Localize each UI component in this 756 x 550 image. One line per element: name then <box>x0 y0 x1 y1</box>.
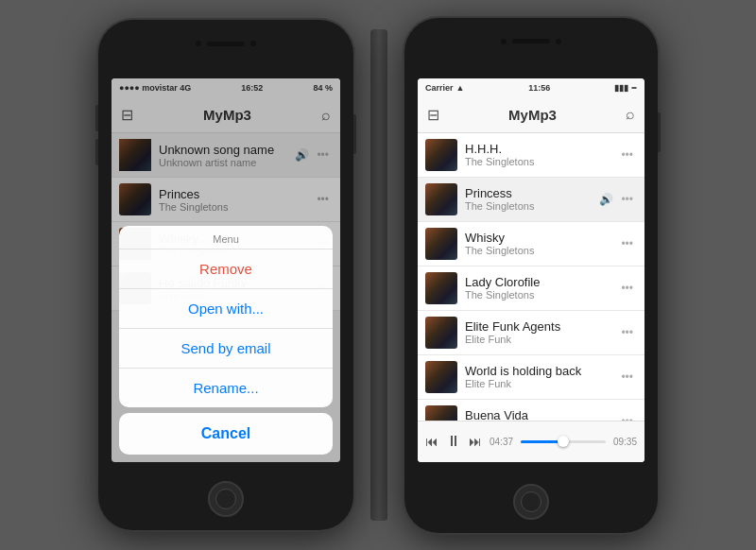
right-song-name-5: Elite Funk Agents <box>465 319 617 334</box>
right-song-item-6[interactable]: World is holding back Elite Funk ••• <box>418 355 644 400</box>
right-song-info-4: Lady Clorofile The Singletons <box>465 275 617 301</box>
right-book-icon[interactable]: ⊟ <box>427 106 439 124</box>
left-phone: ●●●● movistar 4G 16:52 84 % ⊟ MyMp3 ⌕ Un… <box>98 20 353 530</box>
right-time: 11:56 <box>528 83 550 93</box>
right-song-name-1: H.H.H. <box>465 142 617 156</box>
left-phone-notch <box>196 41 256 46</box>
right-song-artist-2: The Singletons <box>465 200 599 212</box>
right-song-item-5[interactable]: Elite Funk Agents Elite Funk ••• <box>418 311 644 355</box>
left-screen: ●●●● movistar 4G 16:52 84 % ⊟ MyMp3 ⌕ Un… <box>112 78 340 462</box>
right-status-left: Carrier ▲ <box>425 83 464 93</box>
phone-divider <box>370 29 387 521</box>
power-btn[interactable] <box>353 114 356 154</box>
action-sheet: Menu Remove Open with... Send by email R… <box>119 226 333 407</box>
progress-bar[interactable] <box>521 440 606 443</box>
playback-bar: ⏮ ⏸ ⏭ 04:37 09:35 <box>418 421 644 462</box>
right-song-artist-3: The Singletons <box>465 245 617 256</box>
rewind-btn[interactable]: ⏮ <box>425 434 438 449</box>
action-remove[interactable]: Remove <box>119 249 333 289</box>
action-send-email[interactable]: Send by email <box>119 329 333 369</box>
right-search-icon[interactable]: ⌕ <box>626 106 635 123</box>
right-song-item-4[interactable]: Lady Clorofile The Singletons ••• <box>418 266 644 311</box>
right-song-item-1[interactable]: H.H.H. The Singletons ••• <box>418 133 644 178</box>
right-song-artist-6: Elite Funk <box>465 378 617 389</box>
right-camera-dot-2 <box>556 39 561 44</box>
right-phone-notch <box>501 39 561 44</box>
pause-btn[interactable]: ⏸ <box>446 433 461 450</box>
right-battery: ▮▮▮ <box>614 83 628 93</box>
right-song-list[interactable]: H.H.H. The Singletons ••• Princess The S… <box>418 133 644 462</box>
right-more-6[interactable]: ••• <box>617 367 637 387</box>
right-song-artist-4: The Singletons <box>465 289 617 301</box>
right-home-button-inner <box>521 491 541 512</box>
camera-dot-2 <box>250 41 256 46</box>
right-song-item-2[interactable]: Princess The Singletons 🔊 ••• <box>418 178 644 222</box>
right-song-info-5: Elite Funk Agents Elite Funk <box>465 319 617 345</box>
action-rename[interactable]: Rename... <box>119 369 333 407</box>
battery-icon <box>631 87 637 89</box>
right-screen: Carrier ▲ 11:56 ▮▮▮ ⊟ MyMp3 ⌕ <box>418 78 644 462</box>
right-camera-dot <box>501 39 507 44</box>
right-song-artist-1: The Singletons <box>465 156 617 167</box>
volume-down-btn[interactable] <box>95 139 98 165</box>
progress-fill <box>521 440 558 443</box>
volume-up-btn[interactable] <box>95 105 98 131</box>
current-time: 04:37 <box>490 437 513 447</box>
home-button-inner <box>215 489 236 509</box>
right-power-btn[interactable] <box>658 112 661 152</box>
right-more-2[interactable]: ••• <box>617 189 637 210</box>
right-home-button[interactable] <box>513 484 549 520</box>
fast-forward-btn[interactable]: ⏭ <box>469 434 482 449</box>
right-status-bar: Carrier ▲ 11:56 ▮▮▮ <box>418 78 644 97</box>
right-phone: Carrier ▲ 11:56 ▮▮▮ ⊟ MyMp3 ⌕ <box>404 18 658 533</box>
right-nav-bar: ⊟ MyMp3 ⌕ <box>418 97 644 133</box>
right-song-info-2: Princess The Singletons <box>465 186 599 212</box>
right-carrier: Carrier <box>425 83 454 93</box>
right-thumb-1 <box>425 139 457 171</box>
action-cancel[interactable]: Cancel <box>119 413 333 455</box>
right-song-info-3: Whisky The Singletons <box>465 231 617 256</box>
right-screen-inner: Carrier ▲ 11:56 ▮▮▮ ⊟ MyMp3 ⌕ <box>418 78 644 462</box>
right-thumb-6 <box>425 361 457 393</box>
right-more-4[interactable]: ••• <box>617 278 637 299</box>
right-song-artist-5: Elite Funk <box>465 334 617 345</box>
wifi-icon: ▲ <box>456 83 465 93</box>
action-title: Menu <box>119 226 333 249</box>
camera-dot <box>196 41 201 46</box>
action-open-with[interactable]: Open with... <box>119 289 333 329</box>
total-time: 09:35 <box>613 437 637 447</box>
right-song-name-6: World is holding back <box>465 364 617 378</box>
right-thumb-2 <box>425 183 457 215</box>
right-thumb-5 <box>425 317 457 349</box>
right-thumb-4 <box>425 272 457 304</box>
speaker-slit <box>207 42 245 46</box>
right-more-3[interactable]: ••• <box>617 233 637 254</box>
right-more-1[interactable]: ••• <box>617 145 637 165</box>
home-button[interactable] <box>208 481 244 517</box>
right-more-5[interactable]: ••• <box>617 322 637 343</box>
right-song-item-3[interactable]: Whisky The Singletons ••• <box>418 222 644 266</box>
right-song-name-3: Whisky <box>465 231 617 245</box>
right-song-info-6: World is holding back Elite Funk <box>465 364 617 389</box>
right-song-info-1: H.H.H. The Singletons <box>465 142 617 167</box>
action-sheet-overlay: Menu Remove Open with... Send by email R… <box>112 78 340 462</box>
right-nav-title: MyMp3 <box>508 107 557 123</box>
progress-knob[interactable] <box>558 436 569 447</box>
right-speaker-slit <box>512 39 550 43</box>
right-song-name-2: Princess <box>465 186 599 200</box>
right-speaker-icon: 🔊 <box>599 193 613 206</box>
right-song-name-4: Lady Clorofile <box>465 275 617 289</box>
right-status-right: ▮▮▮ <box>614 83 637 93</box>
right-thumb-3 <box>425 228 457 260</box>
